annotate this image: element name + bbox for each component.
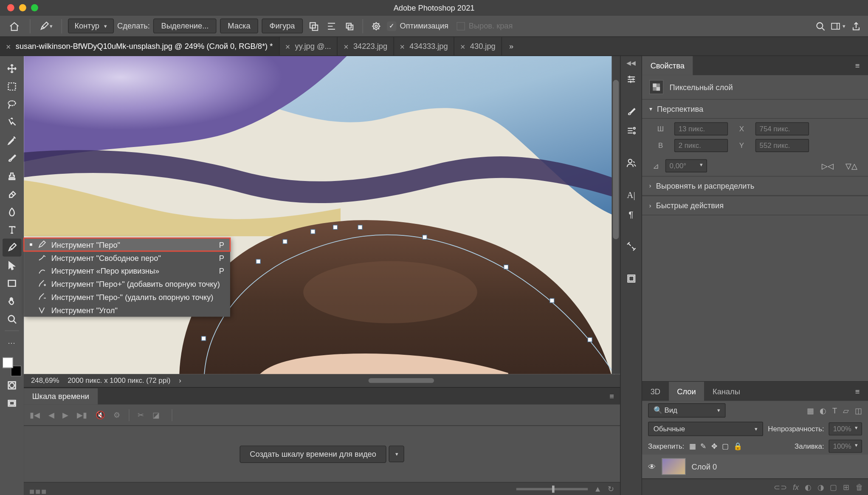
align-section[interactable]: › Выровнять и распределить	[642, 176, 868, 195]
flyout-item-freeform-pen[interactable]: Инструмент "Свободное перо" P	[24, 251, 230, 264]
lock-artboard-icon[interactable]: ▢	[722, 442, 728, 450]
adjustments-icon[interactable]	[623, 71, 639, 88]
audio-icon[interactable]: 🔇	[96, 410, 105, 419]
mask-icon[interactable]: ◐	[805, 483, 811, 492]
group-icon[interactable]: ▢	[830, 483, 837, 492]
width-field[interactable]: 13 пикс.	[674, 122, 728, 136]
lock-all-icon[interactable]: 🔒	[733, 442, 742, 450]
flyout-item-curvature-pen[interactable]: Инструмент «Перо кривизны» P	[24, 264, 230, 277]
adjustment-icon[interactable]: ◑	[817, 483, 824, 492]
libraries-icon[interactable]	[623, 270, 639, 287]
fx-icon[interactable]: fx	[793, 483, 799, 492]
go-to-first-icon[interactable]: ▮◀	[30, 410, 40, 419]
link-layers-icon[interactable]: ⊂⊃	[774, 483, 787, 492]
vertical-scrollbar[interactable]	[612, 56, 620, 374]
mask-button[interactable]: Маска	[220, 19, 258, 34]
close-icon[interactable]: ×	[6, 42, 11, 51]
timeline-dropdown[interactable]: ▾	[389, 446, 404, 462]
gradient-tool[interactable]	[3, 203, 22, 221]
next-frame-icon[interactable]: ▶▮	[77, 410, 87, 419]
eraser-tool[interactable]	[3, 185, 22, 203]
flip-vertical-icon[interactable]: ▽△	[845, 161, 857, 170]
visibility-icon[interactable]: 👁	[648, 462, 656, 471]
close-icon[interactable]: ×	[344, 42, 348, 51]
align-edge-checkbox[interactable]	[457, 22, 465, 30]
maximize-window-icon[interactable]	[31, 4, 38, 11]
quick-mask-icon[interactable]	[3, 376, 22, 394]
close-icon[interactable]: ×	[460, 42, 465, 51]
panel-menu-icon[interactable]: ≡	[603, 392, 620, 401]
brushes-icon[interactable]	[623, 103, 639, 120]
flyout-item-delete-anchor[interactable]: Инструмент "Перо-" (удалить опорную точк…	[24, 291, 230, 304]
zoom-tool[interactable]	[3, 310, 22, 328]
panel-menu-icon[interactable]: ≡	[847, 56, 868, 75]
horizontal-scrollbar[interactable]	[369, 378, 434, 383]
selection-button[interactable]: Выделение...	[153, 19, 216, 34]
settings-icon[interactable]: ⚙	[113, 410, 121, 419]
create-timeline-button[interactable]: Создать шкалу времени для видео	[240, 445, 386, 463]
move-tool[interactable]	[3, 59, 22, 77]
document-canvas[interactable]	[24, 56, 620, 374]
angle-field[interactable]: 0,00°▾	[665, 159, 707, 173]
flip-horizontal-icon[interactable]: ▷◁	[822, 161, 834, 170]
rectangle-tool[interactable]	[3, 274, 22, 292]
flyout-item-convert-point[interactable]: Инструмент "Угол"	[24, 304, 230, 317]
path-operations-icon[interactable]	[306, 19, 321, 33]
tool-preset-icon[interactable]: ▾	[37, 19, 56, 33]
tabs-overflow-icon[interactable]: »	[502, 37, 521, 56]
color-swatches[interactable]	[3, 357, 22, 376]
height-field[interactable]: 2 пикс.	[674, 139, 728, 152]
zoom-level[interactable]: 248,69%	[31, 376, 59, 385]
transition-icon[interactable]: ◪	[152, 410, 160, 419]
tab-3d[interactable]: 3D	[642, 382, 669, 401]
mode-icons[interactable]	[30, 490, 46, 494]
path-selection-tool[interactable]	[3, 257, 22, 274]
lock-pixels-icon[interactable]: ▦	[689, 442, 696, 450]
opacity-field[interactable]: 100%▾	[829, 422, 862, 436]
lasso-tool[interactable]	[3, 96, 22, 113]
tab-channels[interactable]: Каналы	[704, 382, 748, 401]
close-window-icon[interactable]	[7, 4, 14, 11]
home-icon[interactable]	[5, 17, 24, 34]
quick-selection-tool[interactable]	[3, 113, 22, 131]
panel-menu-icon[interactable]: ≡	[847, 382, 868, 401]
transform-section[interactable]: ▾ Перспектива	[642, 99, 868, 119]
character-icon[interactable]: A|	[623, 187, 639, 203]
delete-icon[interactable]: 🗑	[856, 483, 863, 492]
brush-tool[interactable]	[3, 149, 22, 167]
convert-icon[interactable]: ↻	[608, 484, 614, 493]
tab-document-0[interactable]: × susan-wilkinson-BfWDyQ10uMk-unsplash.j…	[0, 37, 279, 56]
pen-tool[interactable]	[3, 239, 22, 257]
tab-document-3[interactable]: × 434333.jpg	[394, 37, 455, 56]
tools-icon[interactable]	[623, 238, 639, 255]
eyedropper-tool[interactable]	[3, 131, 22, 149]
y-field[interactable]: 552 пикс.	[755, 139, 809, 152]
tab-document-2[interactable]: × 34223.jpg	[338, 37, 394, 56]
lock-position-icon[interactable]: ✥	[711, 442, 717, 450]
new-layer-icon[interactable]: ⊞	[843, 483, 849, 492]
x-field[interactable]: 754 пикс.	[755, 122, 809, 136]
lock-brush-icon[interactable]: ✎	[700, 442, 706, 450]
type-tool[interactable]	[3, 221, 22, 238]
close-icon[interactable]: ×	[285, 42, 290, 51]
tab-document-1[interactable]: × yy.jpg @...	[279, 37, 338, 56]
layer-thumbnail[interactable]	[662, 458, 685, 475]
play-icon[interactable]: ▶	[62, 410, 68, 419]
hand-tool[interactable]	[3, 292, 22, 310]
brush-settings-icon[interactable]	[623, 122, 639, 139]
layer-row[interactable]: 👁 Слой 0	[642, 455, 868, 478]
blend-mode-dropdown[interactable]: Обычные▾	[648, 422, 763, 436]
fill-field[interactable]: 100%▾	[829, 440, 862, 453]
path-alignment-icon[interactable]	[324, 19, 338, 33]
tab-document-4[interactable]: × 430.jpg	[454, 37, 502, 56]
people-icon[interactable]	[623, 155, 639, 171]
path-arrangement-icon[interactable]	[342, 19, 356, 33]
filter-type-icon[interactable]: T	[832, 406, 837, 415]
zoom-slider[interactable]	[516, 488, 588, 490]
search-icon[interactable]	[813, 19, 828, 33]
minimize-window-icon[interactable]	[19, 4, 26, 11]
optimize-checkbox[interactable]: ✓	[387, 21, 396, 31]
flyout-item-pen[interactable]: Инструмент "Перо" P	[24, 238, 230, 251]
mode-dropdown[interactable]: Контур ▾	[68, 19, 114, 34]
tab-layers[interactable]: Слои	[669, 382, 705, 401]
